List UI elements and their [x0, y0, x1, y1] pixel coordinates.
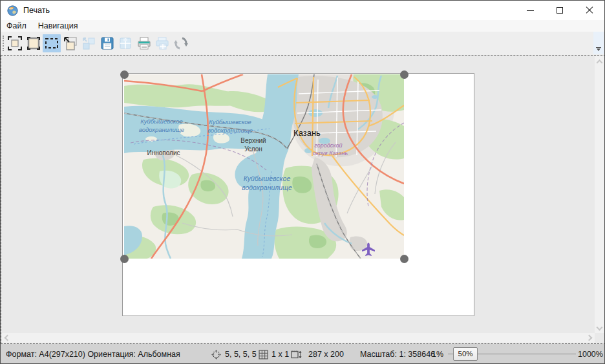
statusbar: Формат: A4(297x210) Ориентация: Альбомна…	[1, 344, 605, 364]
menu-file[interactable]: Файл	[1, 21, 32, 31]
refresh-button[interactable]	[172, 34, 190, 52]
page-size-value: 287 x 200	[308, 344, 344, 364]
scroll-down-icon[interactable]	[597, 325, 603, 331]
print-preview-canvas: Куйбышевское водохранилище Куйбышевское …	[1, 55, 605, 344]
menu-navigation[interactable]: Навигация	[32, 21, 84, 31]
selection-handle-top-right[interactable]	[400, 70, 409, 79]
maximize-button[interactable]	[545, 1, 575, 20]
zoom-max-label: 1000%	[578, 344, 603, 364]
reservoir-label: водохранилище	[207, 127, 253, 134]
print-button[interactable]	[135, 34, 153, 52]
arrange-tiles-icon-disabled	[81, 36, 96, 51]
print-tiles-icon-disabled	[154, 36, 170, 51]
town-label-verkhny-uslon: Услон	[244, 145, 262, 153]
save-icon	[100, 36, 115, 51]
window-title: Печать	[23, 6, 50, 15]
save-tiles-button	[116, 34, 134, 52]
selection-icon	[44, 36, 59, 51]
reservoir-label: Куйбышевское	[140, 118, 183, 125]
save-tiles-icon-disabled	[118, 36, 133, 51]
selection-handle-bottom-left[interactable]	[120, 255, 129, 263]
horizontal-scrollbar[interactable]	[2, 333, 595, 343]
overflow-line-icon	[596, 47, 601, 48]
page-size-icon	[291, 350, 302, 359]
frame-object-icon	[26, 36, 41, 51]
toolbar-overflow-button[interactable]	[593, 32, 604, 54]
selection-handle-bottom-right[interactable]	[400, 255, 409, 263]
scroll-left-icon[interactable]	[5, 335, 11, 341]
scale-label: Масштаб: 1: 358646	[360, 344, 435, 364]
minimize-button[interactable]	[515, 1, 545, 20]
svg-text:городской: городской	[314, 142, 342, 149]
move-object-button[interactable]	[61, 34, 80, 52]
grid-icon	[259, 350, 268, 359]
save-button[interactable]	[98, 34, 116, 52]
format-orientation-label: Формат: A4(297x210) Ориентация: Альбомна…	[6, 344, 180, 364]
scroll-up-icon[interactable]	[597, 59, 603, 66]
fit-frame-icon	[7, 36, 23, 51]
print-window: Печать Файл Навигация	[0, 0, 605, 364]
city-label-kazan: Казань	[293, 128, 321, 138]
selection-tool-button[interactable]	[43, 34, 61, 52]
close-icon	[586, 6, 593, 14]
margins-icon	[211, 350, 221, 359]
town-label-verkhny-uslon: Верхний	[240, 137, 266, 144]
arrange-tiles-button	[80, 34, 98, 52]
grid-value: 1 x 1	[271, 344, 289, 364]
scroll-right-icon[interactable]	[586, 335, 593, 341]
zoom-slider-thumb[interactable]: 50%	[453, 347, 478, 361]
menubar: Файл Навигация	[1, 20, 604, 32]
paper-page: Куйбышевское водохранилище Куйбышевское …	[122, 73, 474, 316]
titlebar: Печать	[1, 1, 604, 20]
reservoir-label: Куйбышевское	[209, 118, 251, 125]
close-button[interactable]	[575, 1, 604, 20]
vertical-scrollbar[interactable]	[595, 56, 604, 333]
chevron-down-icon	[597, 48, 600, 51]
globe-icon	[7, 5, 18, 16]
town-label-innopolis: Иннополис	[147, 149, 180, 156]
selection-handle-top-left[interactable]	[120, 70, 129, 79]
map-object[interactable]: Куйбышевское водохранилище Куйбышевское …	[124, 74, 404, 259]
margins-value: 5, 5, 5, 5	[225, 344, 257, 364]
print-icon	[136, 36, 152, 51]
reservoir-label: Куйбышевское	[244, 175, 291, 182]
frame-object-button[interactable]	[25, 34, 43, 52]
print-tiles-button	[153, 34, 171, 52]
reservoir-label: водохранилище	[139, 126, 184, 133]
reservoir-label: водохранилище	[242, 184, 292, 191]
toolbar	[1, 32, 604, 55]
toolbar-gripper[interactable]	[3, 36, 4, 51]
move-object-icon	[63, 36, 78, 51]
svg-text:округ Казань: округ Казань	[313, 150, 348, 156]
minimize-icon	[527, 10, 534, 11]
maximize-icon	[557, 7, 563, 14]
fit-frame-button[interactable]	[6, 34, 24, 52]
refresh-icon	[173, 36, 189, 51]
zoom-min-label: 1%	[432, 344, 443, 364]
